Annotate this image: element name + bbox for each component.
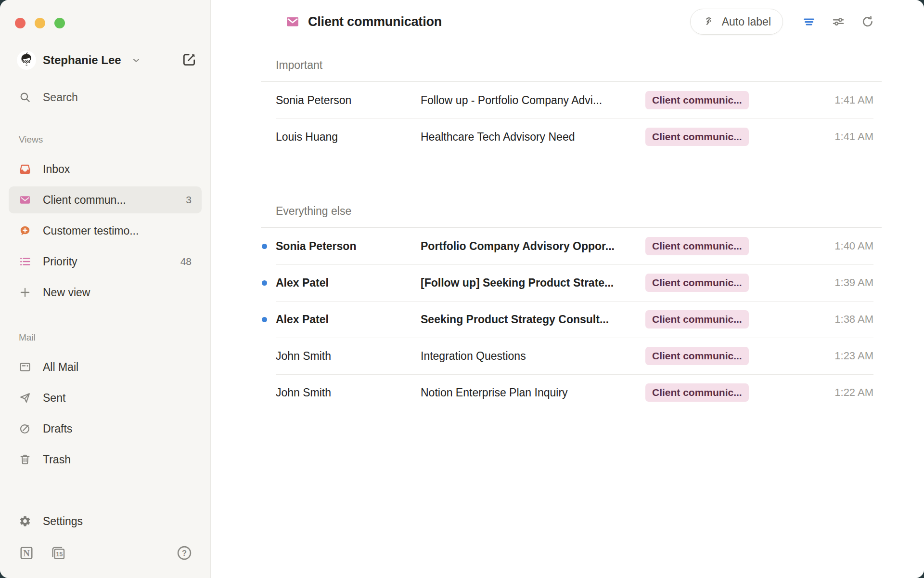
- sidebar-item-label: Client commun...: [43, 194, 126, 207]
- drafts-icon: [19, 422, 31, 435]
- sidebar-item-customer-testimo[interactable]: Customer testimo...: [9, 217, 202, 244]
- sidebar-item-sent[interactable]: Sent: [9, 384, 202, 411]
- mail-label-badge: Client communic...: [645, 237, 749, 255]
- mail-subject: Follow up - Portfolio Company Advi...: [421, 94, 645, 107]
- search-button[interactable]: Search: [9, 87, 202, 108]
- filter-icon[interactable]: [801, 13, 817, 30]
- close-button[interactable]: [15, 18, 26, 28]
- sidebar-item-inbox[interactable]: Inbox: [9, 156, 202, 183]
- mail-sender: John Smith: [276, 386, 421, 399]
- sidebar-item-priority[interactable]: Priority48: [9, 248, 202, 275]
- svg-text:N: N: [23, 548, 30, 558]
- title-group: Client communication: [285, 14, 442, 29]
- mail-sender: Sonia Peterson: [276, 240, 421, 253]
- mail-list: ImportantSonia PetersonFollow up - Portf…: [261, 43, 882, 411]
- mail-section-important: ImportantSonia PetersonFollow up - Portf…: [261, 43, 882, 155]
- sidebar-item-label: Customer testimo...: [43, 224, 139, 237]
- search-icon: [19, 91, 31, 104]
- sidebar-sections: ViewsInboxClient commun...3Customer test…: [0, 108, 210, 477]
- sidebar-item-label: Inbox: [43, 163, 70, 176]
- calendar-icon[interactable]: 15: [50, 544, 67, 562]
- mail-section-title: Important: [276, 59, 322, 72]
- chevron-down-icon: [131, 55, 141, 66]
- sidebar-item-trash[interactable]: Trash: [9, 446, 202, 473]
- mail-row[interactable]: Alex Patel[Follow up] Seeking Product St…: [261, 264, 882, 301]
- notion-logo-icon[interactable]: N: [18, 544, 35, 562]
- sidebar-item-new-view[interactable]: New view: [9, 279, 202, 306]
- settings-label: Settings: [43, 515, 83, 528]
- mail-subject: Seeking Product Strategy Consult...: [421, 313, 645, 326]
- auto-label-wand-icon: [702, 14, 716, 29]
- mail-subject: Integration Questions: [421, 350, 645, 363]
- priority-list-icon: [19, 255, 31, 268]
- sidebar-item-drafts[interactable]: Drafts: [9, 415, 202, 442]
- mail-label-badge: Client communic...: [645, 347, 749, 365]
- sidebar-item-settings[interactable]: Settings: [9, 508, 202, 535]
- mail-time: 1:39 AM: [834, 276, 873, 289]
- sidebar-item-all-mail[interactable]: All Mail: [9, 354, 202, 381]
- mail-row[interactable]: John SmithIntegration QuestionsClient co…: [261, 338, 882, 374]
- plus-icon: [19, 286, 31, 299]
- mail-section-title: Everything else: [276, 205, 351, 218]
- mail-time: 1:41 AM: [834, 131, 873, 143]
- mail-sender: Alex Patel: [276, 276, 421, 289]
- send-icon: [19, 392, 31, 404]
- profile-row: Stephanie Lee: [0, 50, 210, 71]
- sidebar: Stephanie Lee Search: [0, 0, 211, 578]
- account-switcher[interactable]: Stephanie Lee: [17, 51, 141, 70]
- unread-dot: [262, 317, 267, 322]
- all-mail-icon: [19, 361, 31, 373]
- sidebar-item-label: New view: [43, 286, 90, 299]
- gear-icon: [19, 515, 31, 527]
- unread-dot: [262, 280, 267, 286]
- mail-row[interactable]: Alex PatelSeeking Product Strategy Consu…: [261, 301, 882, 338]
- mail-time: 1:38 AM: [834, 313, 873, 326]
- sidebar-item-label: All Mail: [43, 361, 78, 374]
- mail-label-badge: Client communic...: [645, 274, 749, 292]
- auto-label-button[interactable]: Auto label: [690, 9, 783, 35]
- main-header: Client communication Auto label: [211, 0, 924, 43]
- help-icon[interactable]: ?: [176, 544, 193, 562]
- mail-label-badge: Client communic...: [645, 91, 749, 109]
- mail-row[interactable]: Louis HuangHealthcare Tech Advisory Need…: [261, 118, 882, 155]
- mail-label-badge: Client communic...: [645, 383, 749, 402]
- mail-sender: Alex Patel: [276, 313, 421, 326]
- compose-icon: [181, 52, 197, 69]
- sidebar-item-label: Trash: [43, 453, 71, 466]
- sidebar-section-mail: MailAll MailSentDraftsTrash: [0, 331, 210, 473]
- mail-time: 1:22 AM: [834, 386, 873, 399]
- compose-button[interactable]: [180, 50, 199, 71]
- refresh-icon[interactable]: [860, 13, 876, 30]
- mail-sender: John Smith: [276, 350, 421, 363]
- mail-sender: Louis Huang: [276, 131, 421, 144]
- window-controls: [0, 0, 210, 28]
- sidebar-item-label: Drafts: [43, 422, 72, 435]
- main-panel: Client communication Auto label: [211, 0, 924, 578]
- header-actions: Auto label: [690, 9, 876, 35]
- sliders-icon[interactable]: [830, 13, 847, 30]
- sidebar-footer: N 15 ?: [0, 539, 210, 578]
- settings-section: Settings: [0, 508, 210, 539]
- app-window: Stephanie Lee Search: [0, 0, 924, 578]
- mail-label-badge: Client communic...: [645, 128, 749, 146]
- envelope-icon: [19, 194, 31, 206]
- mail-row[interactable]: John SmithNotion Enterprise Plan Inquiry…: [261, 374, 882, 411]
- minimize-button[interactable]: [35, 18, 45, 28]
- mail-time: 1:23 AM: [834, 350, 873, 362]
- trash-icon: [19, 453, 31, 466]
- mail-subject: Healthcare Tech Advisory Need: [421, 131, 645, 144]
- mail-row[interactable]: Sonia PetersonPortfolio Company Advisory…: [261, 228, 882, 264]
- mail-subject: [Follow up] Seeking Product Strate...: [421, 276, 645, 289]
- mail-section-everything-else: Everything elseSonia PetersonPortfolio C…: [261, 189, 882, 411]
- sidebar-items: InboxClient commun...3Customer testimo..…: [0, 156, 210, 306]
- sidebar-item-client-commun[interactable]: Client commun...3: [9, 186, 202, 213]
- mail-row[interactable]: Sonia PetersonFollow up - Portfolio Comp…: [261, 82, 882, 118]
- sidebar-item-count: 3: [186, 194, 192, 206]
- mail-subject: Notion Enterprise Plan Inquiry: [421, 386, 645, 399]
- label-envelope-icon: [285, 14, 300, 29]
- zoom-button[interactable]: [54, 18, 65, 28]
- search-label: Search: [43, 91, 78, 104]
- sidebar-section-title: Mail: [0, 331, 210, 344]
- sidebar-item-label: Priority: [43, 255, 77, 268]
- mail-time: 1:41 AM: [834, 94, 873, 106]
